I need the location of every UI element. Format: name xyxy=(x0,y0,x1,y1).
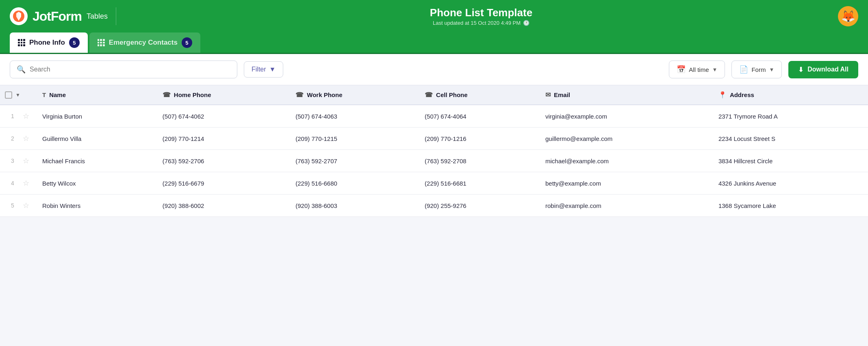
th-cell-phone: ☎ Cell Phone xyxy=(418,85,539,105)
tables-label: Tables xyxy=(87,12,108,21)
th-email-label: Email xyxy=(554,91,570,98)
th-email: ✉ Email xyxy=(539,85,712,105)
row-number: 4 xyxy=(7,180,19,186)
last-updated-text: Last updated at 15 Oct 2020 4:49 PM xyxy=(433,20,521,26)
phone-icon-3: ☎ xyxy=(425,91,433,99)
header-center: Phone List Template Last updated at 15 O… xyxy=(124,6,838,26)
tab-emergency-contacts-badge: 5 xyxy=(182,37,192,48)
cell-name: Guillermo Villa xyxy=(36,128,156,150)
row-number: 2 xyxy=(7,135,19,142)
row-meta-cell: 3 ☆ xyxy=(0,150,36,172)
search-input[interactable] xyxy=(30,66,230,73)
tabs-area: Phone Info 5 Emergency Contacts 5 xyxy=(0,32,868,54)
table-row: 2 ☆ Guillermo Villa (209) 770-1214 (209)… xyxy=(0,128,868,150)
filter-label: Filter xyxy=(252,66,266,73)
tab-phone-info-label: Phone Info xyxy=(29,39,65,47)
tab-emergency-contacts[interactable]: Emergency Contacts 5 xyxy=(89,32,200,53)
cell-cell-phone: (507) 674-4064 xyxy=(418,105,539,128)
search-icon: 🔍 xyxy=(17,65,26,74)
row-meta-cell: 1 ☆ xyxy=(0,105,36,128)
star-icon[interactable]: ☆ xyxy=(23,112,29,121)
header-checkbox[interactable] xyxy=(5,91,12,99)
table-header-row: ▼ T Name ☎ Home Phone xyxy=(0,85,868,105)
grid-icon xyxy=(18,39,25,46)
table-row: 4 ☆ Betty Wilcox (229) 516-6679 (229) 51… xyxy=(0,172,868,195)
th-name-label: Name xyxy=(49,91,66,98)
text-type-icon: T xyxy=(42,91,46,98)
all-time-label: All time xyxy=(689,66,709,73)
cell-address: 1368 Sycamore Lake xyxy=(712,195,868,217)
cell-home-phone: (920) 388-6002 xyxy=(156,195,289,217)
cell-work-phone: (209) 770-1215 xyxy=(289,128,418,150)
search-box: 🔍 xyxy=(10,61,237,78)
row-meta-cell: 2 ☆ xyxy=(0,128,36,150)
cell-cell-phone: (920) 255-9276 xyxy=(418,195,539,217)
cell-work-phone: (763) 592-2707 xyxy=(289,150,418,172)
table-container: ▼ T Name ☎ Home Phone xyxy=(0,85,868,217)
chevron-down-icon: ▼ xyxy=(712,67,718,73)
download-all-button[interactable]: ⬇ Download All xyxy=(788,61,858,78)
tab-phone-info[interactable]: Phone Info 5 xyxy=(10,32,88,53)
cell-name: Betty Wilcox xyxy=(36,172,156,195)
cell-home-phone: (507) 674-4062 xyxy=(156,105,289,128)
cell-name: Virginia Burton xyxy=(36,105,156,128)
cell-address: 4326 Junkins Avenue xyxy=(712,172,868,195)
cell-address: 2371 Trymore Road A xyxy=(712,105,868,128)
row-number: 5 xyxy=(7,202,19,209)
download-icon: ⬇ xyxy=(798,66,803,74)
form-dropdown[interactable]: 📄 Form ▼ xyxy=(731,61,782,78)
calendar-icon: 📅 xyxy=(677,65,686,74)
th-home-phone-label: Home Phone xyxy=(174,91,211,98)
cell-email: robin@example.com xyxy=(539,195,712,217)
th-home-phone: ☎ Home Phone xyxy=(156,85,289,105)
cell-cell-phone: (229) 516-6681 xyxy=(418,172,539,195)
row-meta-cell: 5 ☆ xyxy=(0,195,36,217)
star-icon[interactable]: ☆ xyxy=(23,156,29,165)
toolbar: 🔍 Filter ▼ 📅 All time ▼ 📄 Form ▼ ⬇ Downl… xyxy=(0,54,868,85)
th-cell-phone-label: Cell Phone xyxy=(436,91,468,98)
star-icon[interactable]: ☆ xyxy=(23,134,29,143)
th-name: T Name xyxy=(36,85,156,105)
row-number: 1 xyxy=(7,113,19,119)
data-table: ▼ T Name ☎ Home Phone xyxy=(0,85,868,217)
star-icon[interactable]: ☆ xyxy=(23,201,29,210)
cell-cell-phone: (209) 770-1216 xyxy=(418,128,539,150)
th-work-phone-label: Work Phone xyxy=(307,91,342,98)
cell-cell-phone: (763) 592-2708 xyxy=(418,150,539,172)
cell-home-phone: (763) 592-2706 xyxy=(156,150,289,172)
cell-work-phone: (920) 388-6003 xyxy=(289,195,418,217)
form-icon: 📄 xyxy=(739,65,748,74)
address-icon: 📍 xyxy=(718,91,727,99)
form-label: Form xyxy=(751,66,766,73)
logo-area: JotForm Tables xyxy=(10,7,116,25)
cell-home-phone: (229) 516-6679 xyxy=(156,172,289,195)
download-label: Download All xyxy=(807,66,848,73)
page-title: Phone List Template xyxy=(124,6,838,19)
header: JotForm Tables Phone List Template Last … xyxy=(0,0,868,32)
filter-icon: ▼ xyxy=(269,66,276,73)
all-time-dropdown[interactable]: 📅 All time ▼ xyxy=(669,61,725,78)
star-icon[interactable]: ☆ xyxy=(23,179,29,188)
row-number: 3 xyxy=(7,158,19,164)
cell-email: betty@example.com xyxy=(539,172,712,195)
cell-home-phone: (209) 770-1214 xyxy=(156,128,289,150)
jotform-logo-icon xyxy=(10,7,28,25)
cell-email: virginia@example.com xyxy=(539,105,712,128)
cell-work-phone: (507) 674-4063 xyxy=(289,105,418,128)
row-meta-cell: 4 ☆ xyxy=(0,172,36,195)
cell-work-phone: (229) 516-6680 xyxy=(289,172,418,195)
th-checkbox: ▼ xyxy=(0,85,36,105)
phone-icon-1: ☎ xyxy=(163,91,171,99)
tab-emergency-contacts-label: Emergency Contacts xyxy=(109,39,178,47)
avatar[interactable]: 🦊 xyxy=(838,6,858,26)
table-row: 1 ☆ Virginia Burton (507) 674-4062 (507)… xyxy=(0,105,868,128)
th-address: 📍 Address xyxy=(712,85,868,105)
phone-icon-2: ☎ xyxy=(295,91,304,99)
cell-address: 2234 Locust Street S xyxy=(712,128,868,150)
table-row: 5 ☆ Robin Winters (920) 388-6002 (920) 3… xyxy=(0,195,868,217)
filter-button[interactable]: Filter ▼ xyxy=(244,61,283,78)
cell-email: guillermo@example.com xyxy=(539,128,712,150)
logo-text: JotForm xyxy=(33,9,82,24)
cell-name: Robin Winters xyxy=(36,195,156,217)
row-select-chevron[interactable]: ▼ xyxy=(15,92,20,98)
